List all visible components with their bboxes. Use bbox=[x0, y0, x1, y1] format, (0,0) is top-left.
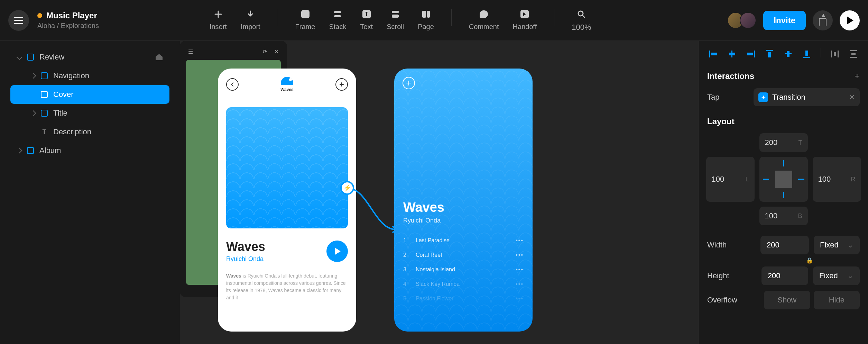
more-icon[interactable]: ••• bbox=[516, 237, 524, 244]
handoff-tool[interactable]: Handoff bbox=[513, 9, 537, 32]
more-icon[interactable]: ••• bbox=[516, 266, 524, 273]
svg-rect-5 bbox=[427, 11, 430, 18]
align-top-button[interactable] bbox=[763, 48, 776, 60]
track-row[interactable]: 3Nostalgia Island••• bbox=[403, 262, 524, 277]
interaction-action-chip[interactable]: ✦ Transition ✕ bbox=[754, 88, 860, 106]
album-artist: Ryuichi Onda bbox=[403, 217, 524, 224]
scroll-icon bbox=[390, 9, 400, 19]
layer-review[interactable]: Review bbox=[10, 48, 169, 66]
layer-navigation[interactable]: Navigation bbox=[10, 66, 169, 85]
svg-rect-13 bbox=[766, 50, 773, 51]
align-right-button[interactable] bbox=[745, 48, 757, 60]
track-row[interactable]: 2Coral Reef••• bbox=[403, 248, 524, 262]
share-button[interactable] bbox=[813, 10, 833, 30]
layer-title[interactable]: Title bbox=[10, 104, 169, 123]
track-row[interactable]: 5Passion Flower••• bbox=[403, 291, 524, 306]
overflow-hide-button[interactable]: Hide bbox=[814, 291, 860, 309]
frame-icon bbox=[300, 9, 311, 19]
frame-tool[interactable]: Frame bbox=[295, 9, 315, 32]
layer-panel: Review Navigation Cover Title T Descript… bbox=[0, 41, 180, 344]
position-left-input[interactable]: 100L bbox=[706, 157, 755, 202]
artboard-review[interactable]: Waves Waves Ryuichi Onda Waves is Ryuich… bbox=[218, 69, 356, 332]
text-icon: T bbox=[361, 9, 372, 19]
interactions-heading: Interactions bbox=[707, 71, 754, 81]
share-icon bbox=[819, 18, 827, 26]
import-tool[interactable]: Import bbox=[241, 9, 260, 32]
close-icon[interactable]: ✕ bbox=[274, 48, 279, 55]
svg-rect-7 bbox=[709, 51, 710, 57]
frame-icon bbox=[41, 72, 48, 79]
chevron-right-icon bbox=[30, 110, 36, 116]
add-interaction-button[interactable]: + bbox=[855, 71, 860, 81]
comment-tool[interactable]: Comment bbox=[469, 9, 499, 32]
position-top-input[interactable]: 200T bbox=[759, 133, 808, 152]
align-center-h-button[interactable] bbox=[726, 48, 738, 60]
stack-tool[interactable]: Stack bbox=[329, 9, 346, 32]
album-cover[interactable] bbox=[226, 107, 348, 228]
invite-button[interactable]: Invite bbox=[763, 11, 806, 30]
svg-rect-4 bbox=[422, 11, 426, 18]
more-icon[interactable]: ••• bbox=[516, 296, 524, 302]
play-button[interactable] bbox=[326, 241, 348, 262]
height-input[interactable]: 200 bbox=[761, 266, 808, 285]
svg-rect-3 bbox=[392, 15, 399, 18]
layer-description[interactable]: T Description bbox=[10, 123, 169, 141]
plus-icon bbox=[339, 82, 344, 87]
svg-rect-8 bbox=[711, 53, 717, 55]
align-left-button[interactable] bbox=[707, 48, 720, 60]
more-icon[interactable]: ••• bbox=[516, 281, 524, 287]
reload-icon[interactable]: ⟳ bbox=[263, 48, 267, 55]
chevron-right-icon bbox=[17, 148, 22, 154]
hamburger-icon bbox=[14, 17, 23, 24]
main-menu-button[interactable] bbox=[8, 10, 29, 31]
frame-icon bbox=[27, 54, 34, 61]
align-center-v-button[interactable] bbox=[782, 48, 794, 60]
svg-rect-18 bbox=[805, 51, 808, 56]
position-right-input[interactable]: 100R bbox=[813, 157, 861, 202]
collaborator-avatars[interactable] bbox=[727, 12, 756, 29]
track-row[interactable]: 1Last Paradise••• bbox=[403, 233, 524, 248]
text-tool[interactable]: T Text bbox=[360, 9, 373, 32]
frame-icon bbox=[41, 110, 48, 117]
svg-rect-16 bbox=[787, 51, 789, 57]
scroll-tool[interactable]: Scroll bbox=[387, 9, 404, 32]
width-input[interactable]: 200 bbox=[760, 236, 809, 254]
remove-interaction-button[interactable]: ✕ bbox=[849, 93, 855, 101]
insert-tool[interactable]: Insert bbox=[210, 9, 227, 32]
wave-pattern-icon bbox=[226, 107, 348, 228]
position-bottom-input[interactable]: 100B bbox=[759, 207, 808, 225]
track-row[interactable]: 4Slack Key Rumba••• bbox=[403, 277, 524, 291]
width-label: Width bbox=[707, 241, 756, 250]
svg-rect-20 bbox=[838, 51, 839, 57]
height-mode-select[interactable]: Fixed⌄ bbox=[813, 266, 860, 285]
zoom-tool[interactable]: 100% bbox=[572, 9, 591, 32]
layer-cover[interactable]: Cover bbox=[10, 85, 169, 104]
back-button[interactable] bbox=[226, 78, 239, 91]
preview-play-button[interactable] bbox=[840, 10, 860, 30]
distribute-v-button[interactable] bbox=[847, 48, 860, 60]
overflow-show-button[interactable]: Show bbox=[764, 291, 810, 309]
layer-album[interactable]: Album bbox=[10, 141, 169, 160]
page-tool[interactable]: Page bbox=[418, 9, 434, 32]
svg-rect-2 bbox=[392, 11, 399, 13]
download-icon bbox=[245, 9, 256, 19]
svg-rect-24 bbox=[851, 53, 856, 55]
constraints-widget[interactable] bbox=[759, 157, 808, 202]
more-icon[interactable]: ••• bbox=[516, 252, 524, 258]
width-mode-select[interactable]: Fixed⌄ bbox=[814, 236, 860, 254]
artboard-album[interactable]: Waves Ryuichi Onda 1Last Paradise••• 2Co… bbox=[394, 69, 533, 332]
interaction-trigger-label[interactable]: Tap bbox=[707, 93, 749, 102]
height-label: Height bbox=[707, 271, 757, 280]
wave-logo-icon bbox=[281, 77, 293, 85]
align-bottom-button[interactable] bbox=[801, 48, 813, 60]
distribute-h-button[interactable] bbox=[829, 48, 841, 60]
canvas[interactable]: Waves Waves Ryuichi Onda Waves is Ryuich… bbox=[180, 41, 699, 344]
app-logo: Waves bbox=[280, 77, 294, 92]
divider bbox=[451, 9, 452, 26]
album-artist[interactable]: Ryuichi Onda bbox=[226, 255, 265, 263]
preview-menu-icon[interactable]: ☰ bbox=[188, 48, 193, 55]
add-button[interactable] bbox=[335, 78, 348, 91]
project-path[interactable]: Aloha / Explorations bbox=[37, 22, 99, 30]
lock-icon[interactable]: 🔒 bbox=[806, 257, 813, 263]
svg-rect-19 bbox=[831, 51, 832, 57]
